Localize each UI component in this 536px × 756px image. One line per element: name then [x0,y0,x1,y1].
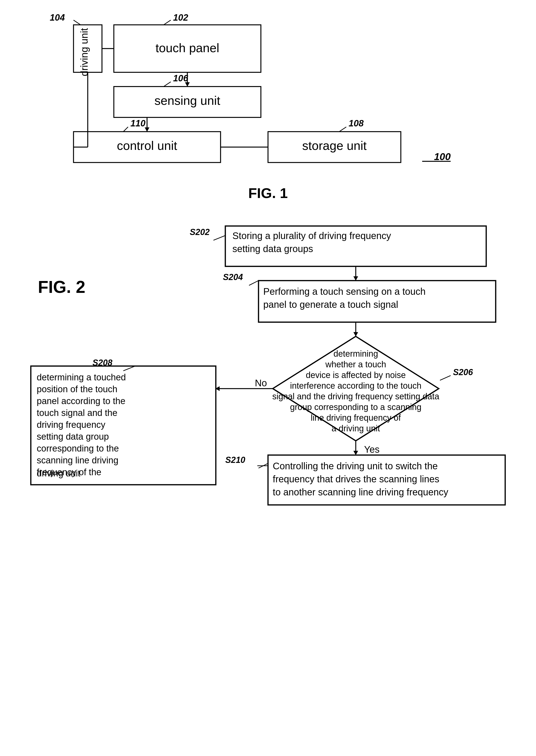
fig1-diagram: touch panel 102 driving unit 104 sensing… [19,14,517,175]
svg-text:panel to generate a touch sign: panel to generate a touch signal [263,299,398,310]
svg-text:a driving unit: a driving unit [331,423,380,433]
svg-text:setting data group: setting data group [37,432,109,442]
svg-line-2 [164,20,171,25]
svg-text:signal and the driving frequen: signal and the driving frequency setting… [272,391,440,401]
svg-marker-20 [145,127,150,131]
svg-marker-72 [353,451,358,455]
svg-text:control unit: control unit [117,139,177,153]
svg-text:storage unit: storage unit [302,139,367,153]
svg-text:sensing unit: sensing unit [154,94,220,107]
svg-text:No: No [255,378,267,388]
fig2-label: FIG. 2 [38,277,517,297]
svg-text:driving frequency: driving frequency [37,420,105,430]
svg-text:100: 100 [434,151,451,162]
svg-text:102: 102 [173,14,188,22]
svg-text:to another scanning line drivi: to another scanning line driving frequen… [273,487,448,497]
fig1-title-text: FIG. 1 [248,185,288,201]
svg-text:S202: S202 [190,227,210,237]
svg-text:Controlling the driving unit t: Controlling the driving unit to switch t… [273,461,438,471]
svg-text:corresponding to the: corresponding to the [37,444,119,453]
svg-text:group corresponding to a scann: group corresponding to a scanning [290,402,421,412]
svg-text:device is affected by noise: device is affected by noise [306,370,406,380]
svg-text:determining a touched: determining a touched [37,372,126,382]
svg-text:Storing a plurality of driving: Storing a plurality of driving frequency [232,231,391,241]
svg-text:Yes: Yes [364,444,379,454]
svg-text:driving unit: driving unit [37,468,80,478]
svg-line-11 [164,82,171,87]
svg-line-17 [123,127,128,131]
svg-text:setting data groups: setting data groups [232,243,313,254]
svg-line-6 [74,20,81,25]
svg-text:104: 104 [50,14,65,22]
svg-text:106: 106 [173,73,188,83]
page: touch panel 102 driving unit 104 sensing… [0,0,536,756]
svg-text:driving unit: driving unit [79,28,90,76]
svg-text:108: 108 [349,118,364,128]
svg-text:determining: determining [333,349,378,359]
svg-text:whether a touch: whether a touch [325,359,386,369]
svg-text:panel according to the: panel according to the [37,396,125,406]
svg-line-58 [123,366,135,371]
svg-text:touch panel: touch panel [155,41,219,55]
svg-text:110: 110 [130,118,145,128]
svg-line-30 [214,235,225,240]
svg-text:scanning line driving: scanning line driving [37,455,118,465]
svg-text:frequency that drives the scan: frequency that drives the scanning lines [273,474,439,484]
svg-marker-14 [185,82,190,87]
svg-text:S210: S210 [225,455,245,465]
svg-text:touch signal and the: touch signal and the [37,408,117,418]
svg-line-45 [440,376,451,380]
svg-line-25 [339,127,346,131]
svg-text:S206: S206 [453,367,473,377]
fig1-label: FIG. 1 [19,185,517,201]
svg-text:interference according to the : interference according to the touch [290,381,421,391]
svg-text:line driving frequency of: line driving frequency of [311,413,401,422]
svg-text:position of the touch: position of the touch [37,384,117,394]
